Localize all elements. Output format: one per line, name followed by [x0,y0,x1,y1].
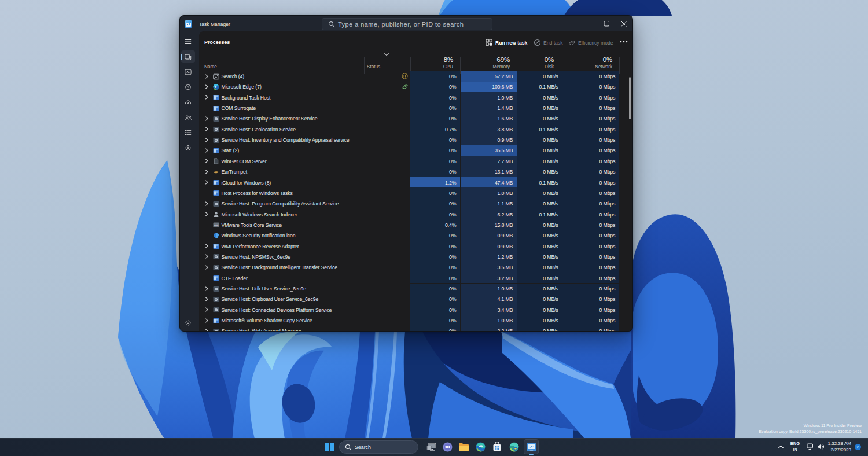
svg-text:vm: vm [214,223,219,227]
